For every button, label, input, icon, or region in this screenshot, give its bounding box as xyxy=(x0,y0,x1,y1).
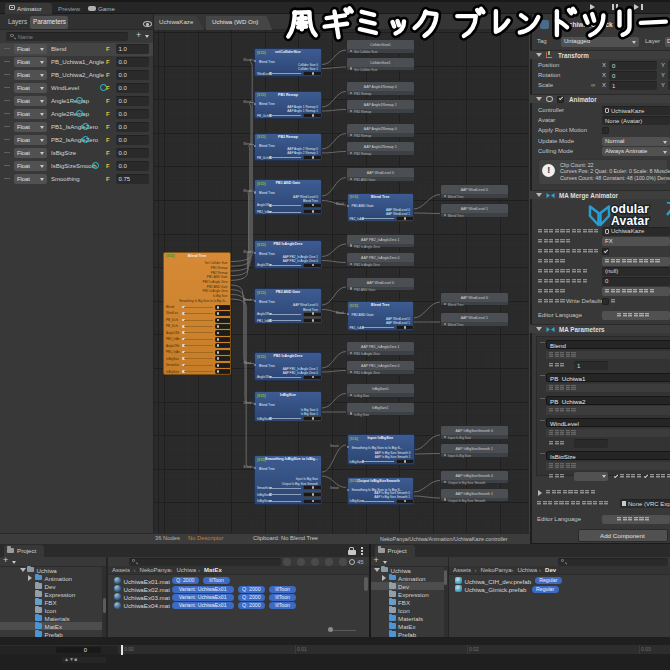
svg-text:Avatar: Avatar xyxy=(611,214,649,227)
